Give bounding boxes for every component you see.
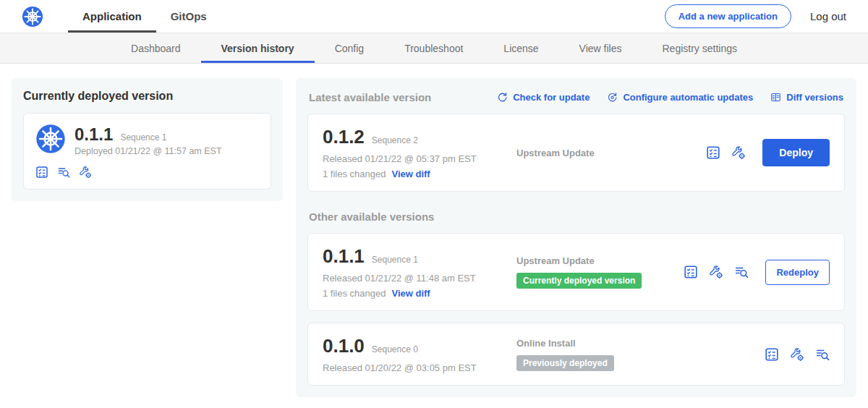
version-number: 0.1.2 — [323, 126, 365, 148]
deployed-version-info: 0.1.1 Sequence 1 Deployed 01/21/22 @ 11:… — [75, 124, 222, 156]
version-source: Upstream Update — [516, 148, 706, 158]
subnav-item-view-files[interactable]: View files — [559, 33, 642, 63]
edit-config-icon[interactable] — [790, 347, 804, 362]
version-info: 0.1.2 Sequence 2 Released 01/21/22 @ 05:… — [323, 126, 512, 179]
available-title: Latest available version — [309, 91, 431, 103]
deployed-panel-title: Currently deployed version — [23, 90, 271, 103]
subnav-label: Troubleshoot — [404, 43, 463, 54]
subnav-label: License — [503, 43, 538, 54]
version-source-block: Online Install Previously deployed — [512, 338, 765, 371]
status-badge: Currently deployed version — [516, 273, 642, 289]
main-content: Currently deployed version 0.1.1 Sequenc… — [0, 64, 868, 397]
deploy-button[interactable]: Deploy — [762, 139, 830, 166]
view-diff-icon[interactable] — [815, 347, 830, 362]
version-line: 0.1.2 Sequence 2 — [323, 126, 512, 148]
subnav-label: Registry settings — [663, 43, 737, 54]
app-subnav: Dashboard Version history Config Trouble… — [0, 33, 868, 64]
version-number: 0.1.0 — [323, 335, 365, 357]
version-line: 0.1.1 Sequence 1 — [75, 124, 222, 145]
version-actions: Redeploy — [684, 260, 830, 285]
version-row: 0.1.0 Sequence 0 Released 01/20/22 @ 03:… — [307, 323, 845, 386]
version-source-block: Upstream Update Currently deployed versi… — [512, 255, 684, 289]
configure-automatic-updates-label: Configure automatic updates — [623, 92, 753, 103]
version-row: 0.1.1 Sequence 1 Released 01/21/22 @ 11:… — [307, 233, 845, 311]
refresh-icon — [497, 92, 508, 103]
version-number: 0.1.1 — [323, 245, 365, 268]
deployed-version-card: 0.1.1 Sequence 1 Deployed 01/21/22 @ 11:… — [23, 113, 271, 190]
files-changed: 1 files changed — [323, 288, 386, 299]
subnav-label: Config — [335, 43, 364, 54]
version-source: Upstream Update — [516, 255, 684, 266]
topbar-spacer — [221, 0, 665, 33]
files-changed-line: 1 files changed View diff — [323, 169, 512, 179]
deployed-timestamp: Deployed 01/21/22 @ 11:57 am EST — [75, 146, 222, 156]
subnav-label: Dashboard — [131, 43, 181, 54]
version-info: 0.1.1 Sequence 1 Released 01/21/22 @ 11:… — [323, 245, 512, 299]
version-released: Released 01/21/22 @ 05:37 pm EST — [323, 153, 512, 164]
redeploy-button[interactable]: Redeploy — [765, 260, 830, 285]
subnav-item-config[interactable]: Config — [315, 33, 384, 63]
view-diff-link[interactable]: View diff — [391, 169, 430, 179]
check-for-update-link[interactable]: Check for update — [497, 92, 590, 103]
version-line: 0.1.1 Sequence 1 — [323, 245, 512, 268]
available-versions-panel: Latest available version Check for updat… — [296, 78, 856, 397]
version-actions — [765, 347, 830, 362]
edit-config-icon[interactable] — [709, 265, 723, 279]
diff-versions-label: Diff versions — [786, 92, 843, 103]
view-diff-icon[interactable] — [734, 265, 749, 279]
auto-update-icon — [607, 92, 618, 103]
version-sequence: Sequence 2 — [372, 135, 418, 145]
subnav-label: View files — [579, 43, 622, 54]
subnav-item-license[interactable]: License — [483, 33, 558, 63]
app-icon — [35, 124, 66, 157]
view-diff-icon[interactable] — [57, 166, 70, 179]
logout-link[interactable]: Log out — [810, 10, 846, 22]
release-notes-icon[interactable] — [684, 265, 698, 279]
version-source: Online Install — [516, 338, 765, 349]
primary-nav: Application GitOps — [68, 0, 221, 33]
add-application-button[interactable]: Add a new application — [665, 4, 791, 28]
release-notes-icon[interactable] — [706, 145, 720, 160]
check-for-update-label: Check for update — [513, 92, 590, 103]
tab-application-label: Application — [82, 10, 142, 22]
deployed-sequence: Sequence 1 — [120, 132, 166, 143]
subnav-label: Version history — [221, 43, 294, 54]
edit-config-icon[interactable] — [79, 166, 92, 179]
subnav-item-dashboard[interactable]: Dashboard — [111, 33, 201, 63]
diff-versions-icon — [770, 92, 781, 103]
version-actions: Deploy — [706, 139, 830, 166]
files-changed-line: 1 files changed View diff — [323, 288, 512, 299]
version-sequence: Sequence 1 — [372, 255, 418, 265]
view-diff-link[interactable]: View diff — [391, 288, 430, 299]
deployed-panel: Currently deployed version 0.1.1 Sequenc… — [12, 78, 283, 201]
deployed-version-number: 0.1.1 — [75, 124, 113, 145]
configure-automatic-updates-link[interactable]: Configure automatic updates — [607, 92, 753, 103]
tab-gitops-label: GitOps — [171, 10, 207, 22]
available-header: Latest available version Check for updat… — [309, 91, 843, 103]
kubernetes-logo — [22, 6, 43, 27]
subnav-item-registry-settings[interactable]: Registry settings — [642, 33, 757, 63]
top-bar: Application GitOps Add a new application… — [0, 0, 868, 33]
version-line: 0.1.0 Sequence 0 — [323, 335, 512, 357]
files-changed: 1 files changed — [323, 169, 386, 179]
subnav-item-troubleshoot[interactable]: Troubleshoot — [384, 33, 483, 63]
release-notes-icon[interactable] — [35, 166, 48, 179]
tab-application[interactable]: Application — [68, 0, 156, 33]
deployed-card-top: 0.1.1 Sequence 1 Deployed 01/21/22 @ 11:… — [35, 124, 259, 157]
status-badge: Previously deployed — [516, 355, 614, 371]
version-released: Released 01/21/22 @ 11:48 am EST — [323, 273, 512, 284]
edit-config-icon[interactable] — [731, 145, 746, 160]
version-info: 0.1.0 Sequence 0 Released 01/20/22 @ 03:… — [323, 335, 512, 373]
deployed-card-actions — [35, 166, 259, 179]
available-header-actions: Check for update Configure automatic upd… — [497, 92, 843, 103]
version-source-block: Upstream Update — [512, 148, 706, 158]
other-versions-title: Other available versions — [309, 211, 843, 223]
version-released: Released 01/20/22 @ 03:05 pm EST — [323, 362, 512, 373]
version-sequence: Sequence 0 — [372, 344, 418, 354]
subnav-item-version-history[interactable]: Version history — [201, 33, 315, 63]
version-row: 0.1.2 Sequence 2 Released 01/21/22 @ 05:… — [307, 114, 845, 192]
release-notes-icon[interactable] — [765, 347, 779, 362]
diff-versions-link[interactable]: Diff versions — [770, 92, 843, 103]
tab-gitops[interactable]: GitOps — [156, 0, 221, 33]
